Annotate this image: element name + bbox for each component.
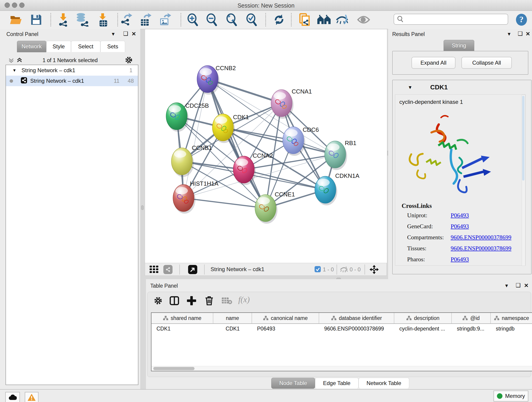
tab-edge-table[interactable]: Edge Table xyxy=(315,378,359,389)
apply-function-icon[interactable]: f(x) xyxy=(238,295,250,304)
crosslink-link[interactable]: 9606.ENSP00000378699 xyxy=(451,234,511,241)
tab-node-table[interactable]: Node Table xyxy=(271,378,315,389)
network-share-icon[interactable] xyxy=(163,265,172,274)
edge-HIST1H1A-CCNE1[interactable] xyxy=(184,198,266,208)
network-row[interactable]: String Network – cdk1 11 48 xyxy=(6,76,138,86)
node-CCNA2[interactable] xyxy=(233,156,256,185)
column-header-name[interactable]: name xyxy=(213,313,252,323)
memory-button[interactable]: Memory xyxy=(494,390,528,402)
table-cell-canonical-name[interactable]: P06493 xyxy=(252,324,319,333)
hide-selected-eye-slash-icon[interactable] xyxy=(335,13,350,27)
table-cell-shared-name[interactable]: CDK1 xyxy=(152,324,213,333)
control-panel-float-icon[interactable]: ❑ xyxy=(123,31,128,37)
network-collection-row[interactable]: ▼ String Network – cdk1 1 xyxy=(6,65,138,76)
import-network-file-icon[interactable] xyxy=(56,13,70,27)
collapse-all-button[interactable]: Collapse All xyxy=(462,57,512,69)
table-settings-gear-icon[interactable] xyxy=(153,296,163,306)
edge-count: 48 xyxy=(128,78,134,84)
export-network-icon[interactable] xyxy=(119,13,133,27)
table-panel-float-icon[interactable]: ❑ xyxy=(516,282,521,288)
delete-column-trash-icon[interactable] xyxy=(205,296,214,307)
warning-icon xyxy=(28,394,36,401)
table-hscrollbar[interactable] xyxy=(152,366,532,371)
tab-select[interactable]: Select xyxy=(71,41,100,52)
string-network-graph[interactable]: CCNB2CCNA1CDC25BCDK1CDC6RB1CCNB1CCNA2CDK… xyxy=(145,29,387,263)
card-expander-icon[interactable]: ▼ xyxy=(408,85,412,90)
column-header-shared-name[interactable]: shared name xyxy=(152,313,213,323)
import-table-file-icon[interactable] xyxy=(95,13,110,27)
node-CDKN1A[interactable] xyxy=(315,176,337,205)
control-panel-collapse-icon[interactable]: ▾ xyxy=(112,31,114,37)
table-cell-description[interactable]: cyclin-dependent ... xyxy=(394,324,452,333)
table-panel-collapse-icon[interactable]: ▾ xyxy=(505,282,508,289)
node-RB1[interactable] xyxy=(325,141,347,170)
table-row[interactable]: CDK1CDK1P064939606.ENSP00000378699cyclin… xyxy=(152,324,532,333)
node-CDC6[interactable] xyxy=(283,127,305,156)
shared-column-icon xyxy=(331,316,336,321)
table-cell--id[interactable]: stringdb:9... xyxy=(452,324,491,333)
tab-network[interactable]: Network xyxy=(17,41,46,52)
tab-sets[interactable]: Sets xyxy=(100,41,125,52)
crosslink-link[interactable]: P06493 xyxy=(451,212,469,219)
crosslink-link[interactable]: P06493 xyxy=(451,256,469,263)
zoom-out-icon[interactable] xyxy=(204,13,219,27)
crosslink-link[interactable]: 9606.ENSP00000378699 xyxy=(451,245,511,252)
network-view-canvas[interactable]: CCNB2CCNA1CDC25BCDK1CDC6RB1CCNB1CCNA2CDK… xyxy=(145,29,387,263)
show-selected-eye-icon[interactable] xyxy=(356,13,371,27)
selected-checkbox-icon[interactable] xyxy=(315,266,321,273)
help-button[interactable]: ? xyxy=(514,13,529,27)
column-header-canonical-name[interactable]: canonical name xyxy=(252,313,319,323)
left-splitter-handle[interactable] xyxy=(141,205,144,210)
column-header-label: canonical name xyxy=(271,315,308,321)
birds-eye-view-icon[interactable] xyxy=(369,264,379,275)
results-panel-float-icon[interactable]: ❑ xyxy=(518,31,523,37)
warnings-button[interactable] xyxy=(25,392,38,402)
protein-card-header[interactable]: ▼ CDK1 xyxy=(393,80,531,95)
column-header-description[interactable]: description xyxy=(394,313,452,323)
open-session-icon[interactable] xyxy=(9,13,23,27)
tree-expander-icon[interactable]: ▼ xyxy=(12,68,17,73)
delete-table-icon[interactable] xyxy=(221,297,232,306)
import-network-database-icon[interactable] xyxy=(75,13,89,27)
crosslink-link[interactable]: P06493 xyxy=(451,223,469,230)
crosslink-row: GeneCard:P06493 xyxy=(407,223,522,230)
node-CDK1[interactable] xyxy=(212,114,235,143)
node-HIST1H1A[interactable] xyxy=(173,185,196,214)
expand-all-button[interactable]: Expand All xyxy=(412,57,456,69)
results-panel-close-icon[interactable]: ✕ xyxy=(526,31,530,37)
table-cell-database-identifier[interactable]: 9606.ENSP00000378699 xyxy=(319,324,394,333)
footer-separator xyxy=(336,264,337,274)
node-CCNA1[interactable] xyxy=(271,89,293,119)
save-session-icon[interactable] xyxy=(29,13,44,27)
zoom-fit-icon[interactable] xyxy=(224,13,239,27)
table-cell-name[interactable]: CDK1 xyxy=(213,324,252,333)
refresh-layout-icon[interactable] xyxy=(272,13,286,27)
create-column-plus-icon[interactable] xyxy=(187,296,196,306)
clone-network-icon[interactable] xyxy=(298,13,312,27)
tab-style[interactable]: Style xyxy=(46,41,71,52)
control-panel-close-icon[interactable]: ✕ xyxy=(132,31,136,37)
column-header-namespace[interactable]: namespace xyxy=(491,313,532,323)
split-column-icon[interactable] xyxy=(170,296,179,306)
table-cell-namespace[interactable]: stringdb xyxy=(491,324,532,333)
export-table-icon[interactable] xyxy=(138,13,152,27)
zoom-in-icon[interactable] xyxy=(185,13,200,27)
grid-view-icon[interactable] xyxy=(150,266,160,274)
results-scrollbar[interactable] xyxy=(522,95,525,266)
search-input[interactable] xyxy=(394,14,508,25)
tab-network-table[interactable]: Network Table xyxy=(359,378,409,389)
network-options-gear-icon[interactable] xyxy=(125,56,133,65)
cloud-button[interactable] xyxy=(5,392,20,402)
column-header--id[interactable]: @id xyxy=(452,313,491,323)
export-image-icon[interactable] xyxy=(158,13,172,27)
results-tab-string[interactable]: String xyxy=(443,40,474,51)
table-panel-close-icon[interactable]: ✕ xyxy=(524,282,529,289)
node-CCNB1[interactable] xyxy=(171,148,194,177)
show-all-networks-icon[interactable] xyxy=(317,13,331,27)
column-header-database-identifier[interactable]: database identifier xyxy=(319,313,394,323)
open-in-window-icon[interactable] xyxy=(188,265,197,274)
node-CCNE1[interactable] xyxy=(255,195,278,224)
zoom-selected-icon[interactable] xyxy=(244,13,259,27)
results-panel-collapse-icon[interactable]: ▾ xyxy=(508,31,510,37)
node-attribute-table[interactable]: shared namenamecanonical namedatabase id… xyxy=(151,313,532,371)
